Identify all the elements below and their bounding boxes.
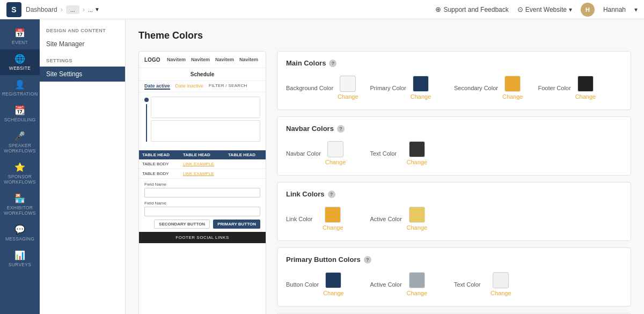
breadcrumb-section[interactable]: ... xyxy=(66,5,79,14)
navbar-colors-title: Navbar Colors ? xyxy=(286,125,622,133)
preview-input-1[interactable] xyxy=(144,188,260,198)
primary-btn-active-color-swatch-group: Change xyxy=(407,272,428,296)
main-sidebar: 📅 EVENT 🌐 WEBSITE 👤 REGISTRATION 📆 SCHED… xyxy=(0,19,40,314)
user-avatar[interactable]: H xyxy=(581,3,595,17)
footer-color-label: Footer Color xyxy=(538,85,571,91)
preview-form-field-2: Field Name xyxy=(144,201,260,216)
primary-btn-text-color-swatch[interactable] xyxy=(493,272,509,288)
primary-btn-color-change[interactable]: Change xyxy=(323,290,344,296)
primary-button-colors-help-icon[interactable]: ? xyxy=(364,256,371,264)
link-colors-section: Link Colors ? Link Color Change Acti xyxy=(277,182,631,241)
navbar-color-item: Navbar Color Change xyxy=(286,139,370,167)
link-colors-row: Link Color Change Active Color Change xyxy=(286,205,622,233)
primary-color-swatch[interactable] xyxy=(413,76,429,92)
footer-color-change[interactable]: Change xyxy=(575,93,596,100)
sidebar-item-sponsor[interactable]: ⭐ SPONSOR WORKFLOWS xyxy=(0,158,40,189)
sidebar-item-messaging[interactable]: 💬 MESSAGING xyxy=(0,220,40,246)
user-menu-arrow[interactable]: ▾ xyxy=(634,6,638,13)
support-link[interactable]: ⊕ Support and Feedback xyxy=(435,5,508,13)
preview-td-link-1: LINK EXAMPLE xyxy=(180,159,225,169)
footer-color-swatch[interactable] xyxy=(577,76,594,92)
navbar-colors-section: Navbar Colors ? Navbar Color Change xyxy=(277,116,631,176)
primary-btn-active-color-label: Active Color xyxy=(370,281,402,288)
primary-btn-color-label: Button Color xyxy=(286,281,319,288)
exhibitor-label: EXHIBITOR WORKFLOWS xyxy=(2,205,38,216)
primary-color-change[interactable]: Change xyxy=(411,93,431,100)
preview-th-2: TABLE HEAD xyxy=(180,150,225,159)
secondary-sidebar: DESIGN AND CONTENT Site Manager SETTINGS… xyxy=(40,19,126,314)
messaging-icon: 💬 xyxy=(14,224,25,235)
footer-color-item: Footer Color Change xyxy=(538,74,623,102)
breadcrumb-sep-2: › xyxy=(83,6,85,13)
primary-btn-active-color-change[interactable]: Change xyxy=(407,290,428,296)
link-color-item: Link Color Change xyxy=(286,205,370,233)
sidebar-item-registration[interactable]: 👤 REGISTRATION xyxy=(0,75,40,101)
secondary-color-label: Secondary Color xyxy=(454,85,498,91)
primary-btn-text-color-item: Text Color Change xyxy=(454,270,538,298)
preview-primary-button[interactable]: PRIMARY BUTTON xyxy=(213,220,260,229)
main-content: Theme Colors LOGO Navitem Navitem Navite… xyxy=(126,19,644,314)
top-nav: S Dashboard › ... › ... ▼ ⊕ Support and … xyxy=(0,0,644,19)
support-label: Support and Feedback xyxy=(443,6,508,13)
primary-color-swatch-group: Change xyxy=(411,76,431,100)
user-name: Hannah xyxy=(603,6,626,13)
navbar-colors-row: Navbar Color Change Text Color Change xyxy=(286,139,622,167)
preview-tab-filter: FILTER / SEARCH xyxy=(209,83,247,90)
preview-tab-inactive: Date Inactive xyxy=(175,83,204,90)
preview-input-2[interactable] xyxy=(144,207,260,216)
preview-tab-active: Date active xyxy=(144,83,170,90)
site-manager-item[interactable]: Site Manager xyxy=(40,36,125,52)
event-website-link[interactable]: ⊙ Event Website ▾ xyxy=(517,5,572,13)
preview-calendar xyxy=(139,92,266,146)
navbar-text-color-swatch[interactable] xyxy=(409,141,425,157)
dropdown-arrow-icon: ▾ xyxy=(569,6,572,13)
exhibitor-icon: 🏪 xyxy=(14,193,25,203)
event-icon: 📅 xyxy=(14,28,25,38)
breadcrumb-dashboard[interactable]: Dashboard xyxy=(26,6,57,13)
secondary-color-swatch[interactable] xyxy=(504,76,521,92)
sidebar-item-website[interactable]: 🌐 WEBSITE xyxy=(0,49,40,75)
main-colors-help-icon[interactable]: ? xyxy=(329,60,336,67)
sidebar-item-scheduling[interactable]: 📆 SCHEDULING xyxy=(0,101,40,127)
preview-footer: FOOTER SOCIAL LINKS xyxy=(139,232,266,243)
sidebar-item-event[interactable]: 📅 EVENT xyxy=(0,24,40,49)
preview-td-body-1: TABLE BODY xyxy=(139,159,180,169)
table-row: TABLE BODY LINK EXAMPLE xyxy=(139,159,266,169)
navbar-color-change[interactable]: Change xyxy=(325,159,346,165)
app-logo[interactable]: S xyxy=(6,2,21,17)
background-color-change[interactable]: Change xyxy=(338,93,358,100)
sidebar-item-speaker[interactable]: 🎤 SPEAKER WORKFLOWS xyxy=(0,127,40,158)
preview-th-1: TABLE HEAD xyxy=(139,150,180,159)
link-colors-help-icon[interactable]: ? xyxy=(328,191,335,198)
background-color-swatch-group: Change xyxy=(338,76,358,100)
primary-btn-color-swatch-group: Change xyxy=(323,272,344,296)
secondary-color-change[interactable]: Change xyxy=(502,93,523,100)
link-active-color-swatch-group: Change xyxy=(407,207,428,231)
sidebar-item-surveys[interactable]: 📊 SURVEYS xyxy=(0,246,40,272)
navbar-color-swatch[interactable] xyxy=(327,141,343,157)
breadcrumb-page[interactable]: ... ▼ xyxy=(88,6,100,13)
preview-table: TABLE HEAD TABLE HEAD TABLE HEAD TABLE B… xyxy=(139,150,266,179)
primary-btn-text-color-change[interactable]: Change xyxy=(491,290,511,296)
link-active-color-swatch[interactable] xyxy=(409,207,425,223)
colors-panel: Main Colors ? Background Color Change xyxy=(277,51,631,314)
preview-form-buttons: SECONDARY BUTTON PRIMARY BUTTON xyxy=(144,220,260,229)
primary-button-colors-row: Button Color Change Active Color Change xyxy=(286,270,622,298)
main-colors-row: Background Color Change Primary Color xyxy=(286,74,622,102)
main-colors-title-text: Main Colors xyxy=(286,59,326,67)
secondary-color-swatch-group: Change xyxy=(502,76,523,100)
navbar-text-color-change[interactable]: Change xyxy=(407,159,428,165)
primary-btn-active-color-swatch[interactable] xyxy=(409,272,425,288)
site-settings-item[interactable]: Site Settings xyxy=(40,67,125,82)
background-color-swatch[interactable] xyxy=(340,76,356,92)
navbar-colors-help-icon[interactable]: ? xyxy=(337,125,345,133)
primary-btn-color-swatch[interactable] xyxy=(325,272,341,288)
preview-secondary-button[interactable]: SECONDARY BUTTON xyxy=(154,220,210,229)
preview-form-field-1: Field Name xyxy=(144,182,260,198)
navbar-text-color-swatch-group: Change xyxy=(407,141,428,165)
link-active-color-change[interactable]: Change xyxy=(407,224,428,231)
website-icon: 🌐 xyxy=(14,54,25,64)
link-color-swatch[interactable] xyxy=(325,207,341,223)
sidebar-item-exhibitor[interactable]: 🏪 EXHIBITOR WORKFLOWS xyxy=(0,189,40,220)
link-color-change[interactable]: Change xyxy=(323,224,343,231)
